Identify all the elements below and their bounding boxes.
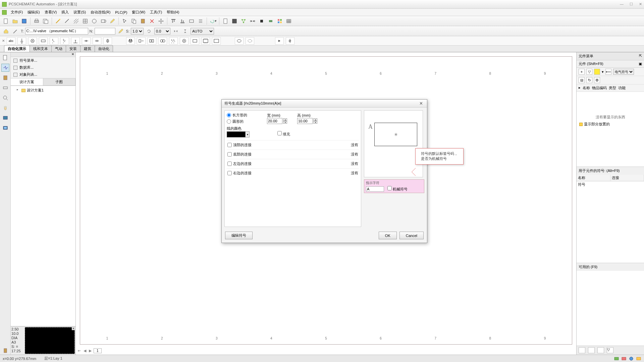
width-down[interactable]: ▾ [283,121,287,124]
rp-symbol-row[interactable]: 符号 [577,181,610,188]
list-button[interactable] [197,17,205,25]
rect-tool-button[interactable] [187,17,196,25]
tab-autodemo[interactable]: 自动化演示 [4,45,30,52]
mirror-v-button[interactable] [181,27,189,35]
lt-page[interactable] [1,54,9,62]
rp-bt2[interactable] [588,347,595,353]
tab-building[interactable]: 建筑 [80,45,95,52]
left-item-objectlist[interactable]: 对象列表... [11,71,75,78]
save2-button[interactable] [230,17,238,25]
align-bottom-button[interactable] [178,17,186,25]
rp-gear-icon[interactable]: ⚙ [594,77,600,83]
sym-relay2[interactable] [148,37,156,45]
left-item-symbolmenu[interactable]: 符号菜单... [11,57,75,64]
auto-select[interactable]: AUTO [191,28,214,35]
sym-fuse[interactable] [103,37,112,45]
wand-button[interactable] [54,17,62,25]
table-button[interactable] [285,17,293,25]
tree-root[interactable]: 设计方案1 [12,87,74,94]
rp-refresh-icon[interactable]: ↻ [586,77,592,83]
sym-terminal2[interactable] [93,37,101,45]
wand2-button[interactable] [11,27,19,35]
sym-text[interactable]: abc [7,37,15,45]
chip-button[interactable] [258,17,266,25]
rp-expand-icon[interactable]: ⇱ [639,54,642,59]
save-button[interactable] [20,17,28,25]
sym-ellipse-dash[interactable] [246,37,254,45]
lt-pan[interactable] [1,104,9,112]
sym-relay[interactable] [137,37,146,45]
sym-box2[interactable] [212,37,221,45]
menu-view[interactable]: 查看(V) [43,9,59,15]
sym-lamp[interactable] [28,37,37,45]
link-button[interactable] [249,17,257,25]
rp-show-partial-check[interactable]: 显示部分放置的 [579,122,641,127]
net-button[interactable] [239,17,248,25]
project-tree[interactable]: 设计方案1 [11,86,75,326]
lt-zoom[interactable] [1,94,9,102]
shape-round-radio[interactable]: 圆形的 [227,119,264,124]
status-icon2[interactable] [621,356,627,361]
height-input[interactable] [297,118,313,124]
home-button[interactable] [2,27,10,35]
print-button[interactable] [33,17,41,25]
chip2-button[interactable] [267,17,275,25]
tab-linetext[interactable]: 线和文本 [30,45,52,52]
n-input[interactable] [95,28,115,35]
rp-bt-filter[interactable]: ▽ [607,347,613,353]
rp-category-select[interactable]: 电气符号 [613,69,634,75]
sym-ground[interactable] [17,37,26,45]
shape-rect-radio[interactable]: 长方形的 [227,113,264,118]
rp-bt1[interactable] [579,347,585,353]
page-prev[interactable]: ◀ [83,349,87,353]
color-swatch[interactable] [227,131,246,137]
lt-door[interactable] [1,347,9,355]
rp-back-icon[interactable]: ⟵ [605,69,611,75]
redraw-button[interactable] [63,17,71,25]
sym-diode[interactable] [275,37,284,45]
menu-help[interactable]: 帮助(H) [165,9,181,15]
thumbnail[interactable]: × [25,327,75,354]
sym-motor[interactable]: M [126,37,135,45]
pencil2-button[interactable] [117,27,125,35]
fill-checkbox[interactable]: 填充 [277,132,290,136]
left-tab-subpage[interactable]: 子图 [43,78,76,85]
tab-automation[interactable]: 自动化 [95,45,113,52]
grid-button[interactable] [81,17,89,25]
paste-button[interactable] [139,17,147,25]
left-item-database[interactable]: 数据库... [11,64,75,71]
menu-settings[interactable]: 设置(S) [71,9,88,15]
dialog-close-button[interactable]: ✕ [418,101,424,106]
sym-box[interactable] [191,37,199,45]
circle-button[interactable] [90,17,98,25]
page-first[interactable]: ⇤ [77,349,82,353]
menu-tools[interactable]: 工具(T) [148,9,164,15]
t-input[interactable] [25,28,88,35]
status-icon4[interactable] [636,356,641,361]
new-button[interactable] [2,17,10,25]
lt-ref[interactable] [1,84,9,92]
rp-highlight-icon[interactable] [594,69,600,75]
hatch-button[interactable] [72,17,80,25]
rect-arc-button[interactable] [99,17,107,25]
close-button[interactable]: ✕ [639,2,642,6]
menu-file[interactable]: 文件(F) [9,9,25,15]
width-input[interactable] [267,118,282,124]
thumbnail-close[interactable]: × [72,327,75,330]
menu-edit[interactable]: 编辑(E) [25,9,42,15]
s-select[interactable]: 1.0 [131,28,144,35]
status-icon3[interactable] [629,356,634,361]
minimize-button[interactable]: — [620,2,624,6]
indicator-input[interactable] [366,186,384,192]
sym-terminal[interactable] [82,37,91,45]
sym-contact-nc[interactable] [60,37,69,45]
edit-symbol-button[interactable]: 编辑符号 [225,232,253,239]
lt-screen2[interactable] [1,124,9,132]
lt-symbol[interactable] [1,64,9,72]
pencil-button[interactable] [108,17,116,25]
sym-lamp2[interactable] [180,37,189,45]
tab-pneumatic[interactable]: 气动 [51,45,66,52]
sym-transformer[interactable] [158,37,167,45]
tab-install[interactable]: 安装 [66,45,80,52]
sym-diode2[interactable] [286,37,294,45]
